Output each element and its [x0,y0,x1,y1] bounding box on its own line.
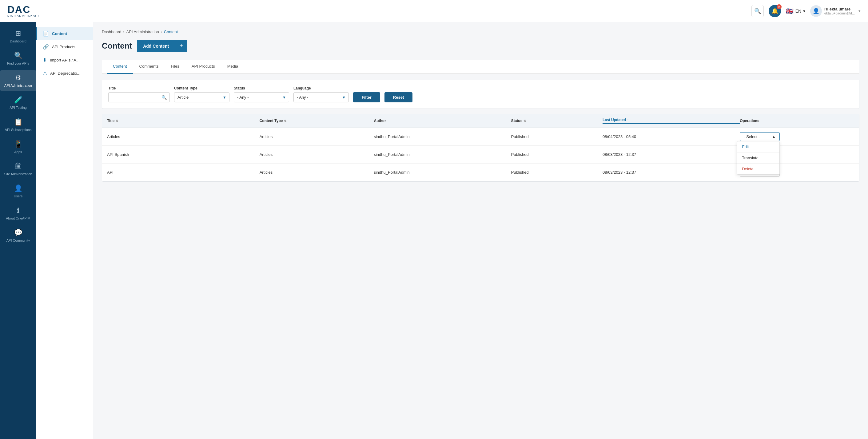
filter-title-input[interactable] [108,92,170,102]
tab-media[interactable]: Media [221,60,244,74]
tab-content[interactable]: Content [107,60,133,74]
breadcrumb: Dashboard › API Administration › Content [102,30,859,34]
user-name: Hi ekta umare [824,7,855,11]
sidebar-item-label: API Subscriptions [5,128,32,132]
th-status-label: Status [511,119,523,123]
sidebar-item-api-deprecation[interactable]: ⚠ API Deprecatio... [36,67,93,80]
filter-row: Title 🔍 Content Type Article Articles Pa… [108,86,853,102]
breadcrumb-sep-2: › [161,30,162,34]
page-title: Content [102,41,132,51]
filter-language-select[interactable]: - Any - English Spanish [293,92,349,102]
sidebar-item-find-apis[interactable]: 🔍 Find your APIs [0,48,36,69]
sidebar-item-community[interactable]: 💬 API Community [0,225,36,246]
api-deprecation-icon: ⚠ [43,70,47,76]
tab-files[interactable]: Files [164,60,185,74]
ops-select-label-1: - Select - [744,134,760,139]
sidebar-item-label: Users [14,194,23,198]
td-last-updated-1: 08/04/2023 - 05:40 [602,134,740,139]
tab-comments[interactable]: Comments [133,60,165,74]
tab-api-products[interactable]: API Products [185,60,221,74]
sidebar-item-dashboard[interactable]: ⊞ Dashboard [0,26,36,47]
logo: DAC DIGITAL APICRAFT [7,5,40,17]
filter-status-wrapper: - Any - Published Unpublished ▼ [234,92,289,102]
filter-status-select[interactable]: - Any - Published Unpublished [234,92,289,102]
api-testing-icon: 🧪 [14,96,23,104]
about-icon: ℹ [17,207,20,214]
dashboard-icon: ⊞ [16,30,21,37]
ops-select-button-1[interactable]: - Select - ▲ [740,132,780,141]
ops-translate-1[interactable]: Translate [737,153,779,163]
notifications-button[interactable]: 🔔 0 [769,5,781,17]
td-status-1: Published [511,134,602,139]
th-operations-label: Operations [740,119,759,123]
sidebar-item-api-products[interactable]: 🔗 API Products [36,40,93,54]
sort-title-icon[interactable]: ⇅ [116,119,118,123]
breadcrumb-current: Content [164,30,178,34]
search-button[interactable]: 🔍 [751,5,764,17]
filter-content-type-select[interactable]: Article Articles Page Blog Post [174,92,229,102]
sidebar-item-label: Find your APIs [7,62,29,65]
apps-icon: 📱 [14,140,23,148]
sidebar-item-users[interactable]: 👤 Users [0,181,36,202]
logo-sub: DIGITAL APICRAFT [7,14,40,17]
add-content-plus-icon: + [175,40,187,52]
td-title-2: API Spanish [107,152,259,157]
user-info: Hi ekta umare ekta.u+padmin@d... [824,7,855,15]
sidebar-item-label: API Testing [9,106,27,109]
table-header: Title ⇅ Content Type ⇅ Author Status ⇅ L… [102,114,859,128]
filter-content-type-label: Content Type [174,86,229,90]
td-title-1: Articles [107,134,259,139]
breadcrumb-api-admin[interactable]: API Administration [126,30,159,34]
td-last-updated-2: 08/03/2023 - 12:37 [602,152,740,157]
api-products-icon: 🔗 [43,44,49,50]
sidebar-item-api-testing[interactable]: 🧪 API Testing [0,92,36,113]
user-menu-button[interactable]: 👤 Hi ekta umare ekta.u+padmin@d... ▾ [810,5,861,17]
breadcrumb-dashboard[interactable]: Dashboard [102,30,122,34]
sort-content-type-icon[interactable]: ⇅ [284,119,286,123]
filter-group-title: Title 🔍 [108,86,170,102]
td-content-type-3: Articles [259,170,374,175]
sidebar-item-apps[interactable]: 📱 Apps [0,136,36,158]
language-selector[interactable]: 🇬🇧 EN ▾ [786,7,805,15]
filter-language-label: Language [293,86,349,90]
bell-icon: 🔔 [771,8,778,14]
breadcrumb-sep-1: › [123,30,125,34]
td-author-3: sindhu_PortalAdmin [374,170,511,175]
left-sidebar: ⊞ Dashboard 🔍 Find your APIs ⚙ API Admin… [0,22,36,439]
sidebar-item-content-label: Content [52,31,67,36]
filter-title-wrapper: 🔍 [108,92,170,102]
find-apis-icon: 🔍 [14,52,23,60]
sidebar-item-label: API Community [6,239,30,242]
sidebar-item-import-apis-label: Import APIs / A... [50,58,80,62]
th-author-label: Author [374,119,386,123]
sidebar-item-import-apis[interactable]: ⬇ Import APIs / A... [36,54,93,67]
sidebar-item-api-subscriptions[interactable]: 📋 API Subscriptions [0,114,36,135]
filter-button[interactable]: Filter [353,92,380,102]
td-status-3: Published [511,170,602,175]
tabs-bar: Content Comments Files API Products Medi… [102,60,859,74]
ops-delete-1[interactable]: Delete [737,164,779,174]
sidebar-item-api-administration[interactable]: ⚙ API Administration [0,70,36,91]
add-content-button[interactable]: Add Content + [137,40,187,52]
user-chevron-icon: ▾ [859,9,861,13]
ops-dropdown-1: Edit Translate Delete [737,141,780,175]
sort-status-icon[interactable]: ⇅ [524,119,526,123]
avatar: 👤 [810,5,822,17]
import-apis-icon: ⬇ [43,57,47,63]
add-content-label: Add Content [137,41,175,52]
sidebar-item-site-administration[interactable]: 🏛 Site Administration [0,159,36,179]
sort-last-updated-icon[interactable]: ↑ [627,119,629,122]
site-admin-icon: 🏛 [15,162,22,170]
td-content-type-2: Articles [259,152,374,157]
sidebar-item-api-products-label: API Products [52,44,75,49]
sidebar-item-label: API Administration [4,83,32,87]
filter-content-type-wrapper: Article Articles Page Blog Post ▼ [174,92,229,102]
reset-button[interactable]: Reset [384,92,412,102]
chevron-up-icon: ▲ [772,134,776,139]
filter-group-status: Status - Any - Published Unpublished ▼ [234,86,289,102]
body-layout: ⊞ Dashboard 🔍 Find your APIs ⚙ API Admin… [0,22,868,439]
table-row: Articles Articles sindhu_PortalAdmin Pub… [102,128,859,146]
sidebar-item-content[interactable]: 📄 Content [36,27,93,40]
ops-edit-1[interactable]: Edit [737,141,779,152]
sidebar-item-about[interactable]: ℹ About OneAPIM [0,203,36,224]
